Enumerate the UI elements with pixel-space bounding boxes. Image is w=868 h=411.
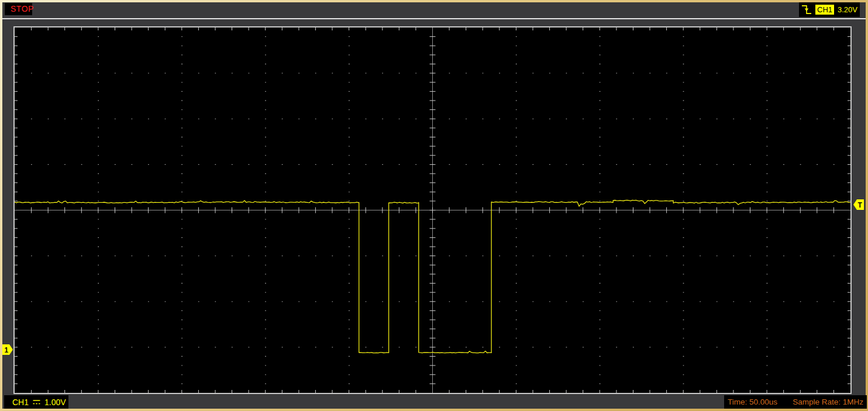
falling-edge-trigger-icon (801, 3, 812, 16)
toolbar (2, 2, 866, 19)
sample-rate-value: Sample Rate: 1MHz (793, 398, 863, 406)
run-stop-indicator[interactable]: STOP (5, 3, 32, 15)
trigger-marker-icon: T (853, 199, 864, 210)
channel1-marker-label: 1 (5, 346, 9, 354)
channel1-status[interactable]: CH1 1.00V (4, 395, 68, 409)
scope-screen (13, 26, 852, 394)
trigger-marker-label: T (858, 201, 863, 209)
trigger-level-value: 3.20V (838, 5, 857, 14)
trigger-level-marker[interactable]: T (853, 199, 864, 210)
timebase-value: Time: 50.00us (728, 398, 777, 406)
channel1-scale-value: 1.00V (44, 398, 66, 407)
dc-coupling-icon (32, 399, 41, 405)
trigger-info[interactable]: CH1 3.20V (799, 2, 860, 17)
channel1-ground-marker[interactable]: 1 (2, 344, 13, 355)
channel1-marker-icon: 1 (2, 344, 13, 355)
waveform-plot (15, 27, 850, 393)
scope-window-frame: STOP CH1 3.20V 1 T CH1 (0, 0, 868, 411)
scope-chrome: STOP CH1 3.20V 1 T CH1 (2, 2, 866, 409)
trigger-source-badge[interactable]: CH1 (815, 5, 834, 15)
timebase-status[interactable]: Time: 50.00us Sample Rate: 1MHz (724, 395, 867, 409)
channel1-label: CH1 (12, 398, 29, 407)
run-state-label: STOP (11, 4, 34, 13)
